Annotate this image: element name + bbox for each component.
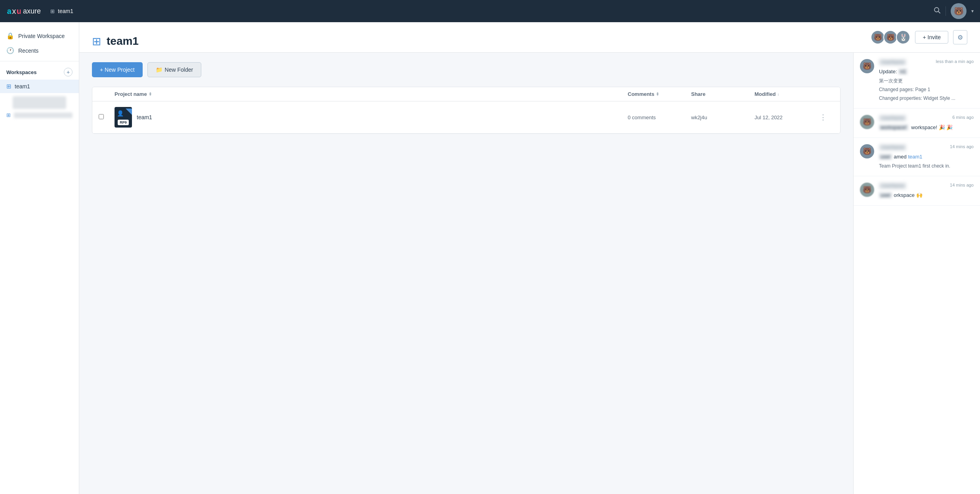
member-avatar-1[interactable]: 🐻 <box>871 30 885 44</box>
th-project-name[interactable]: Project name ⇕ <box>115 91 628 97</box>
sidebar-item-team1[interactable]: ⊞ team1 <box>0 80 79 93</box>
th-modified[interactable]: Modified ↓ <box>755 91 818 97</box>
search-button[interactable] <box>934 7 941 16</box>
sidebar-divider-1 <box>0 61 79 61</box>
activity-item-2: 🐻 UserName 6 mins ago workspace! workspa… <box>854 109 980 138</box>
comments-cell: 0 comments <box>628 114 691 120</box>
th-share: Share <box>691 91 755 97</box>
top-nav-actions: 🐻 ▾ <box>934 3 974 19</box>
content-area: + New Project 📁 New Folder Project name … <box>79 53 980 494</box>
activity-avatar-2: 🐻 <box>860 115 874 129</box>
projects-panel: + New Project 📁 New Folder Project name … <box>79 53 853 494</box>
activity-header-2: UserName 6 mins ago <box>879 115 974 121</box>
member-1-icon: 🐻 <box>874 33 882 42</box>
activity-text-blurred-4: user <box>879 192 892 198</box>
activity-avatar-1: 🐻 <box>860 59 874 73</box>
new-folder-button[interactable]: 📁 New Folder <box>147 62 202 77</box>
lock-icon: 🔒 <box>6 32 14 40</box>
top-nav: a x u axure ⊞ team1 🐻 ▾ <box>0 0 980 22</box>
project-cell: 👤 RP9 team1 <box>115 107 628 128</box>
activity-avatar-1-icon: 🐻 <box>863 62 871 71</box>
activity-time-4: 14 mins ago <box>950 183 974 187</box>
svg-text:x: x <box>12 7 16 15</box>
workspace-actions: 🐻 🐻 🐰 + Invite ⚙ <box>871 30 967 52</box>
workspaces-label: Workspaces <box>6 69 36 75</box>
activity-sub-pages: Changed pages: Page 1 <box>879 86 974 93</box>
app-layout: 🔒 Private Workspace 🕐 Recents Workspaces… <box>0 22 980 494</box>
activity-text-3: useramed team1 <box>879 153 974 161</box>
activity-content-2: UserName 6 mins ago workspace! workspace… <box>879 115 974 132</box>
activity-content-3: UserName 14 mins ago useramed team1 Team… <box>879 144 974 170</box>
sidebar-item-recents[interactable]: 🕐 Recents <box>0 43 79 58</box>
axure-logo[interactable]: a x u axure <box>6 4 41 18</box>
th-actions <box>818 91 834 97</box>
new-project-button[interactable]: + New Project <box>92 62 143 77</box>
table-header: Project name ⇕ Comments ⇕ Share Modified <box>92 87 840 101</box>
svg-text:u: u <box>17 7 21 15</box>
workspace-title-row: ⊞ team1 <box>92 35 139 48</box>
invite-button[interactable]: + Invite <box>915 31 948 44</box>
plus-icon: + <box>67 69 70 75</box>
topnav-workspace: team1 <box>58 8 73 14</box>
new-folder-label: New Folder <box>165 67 193 73</box>
svg-line-4 <box>938 11 940 13</box>
user-menu-chevron[interactable]: ▾ <box>971 8 974 14</box>
activity-text-4: userorkspace 🙌 <box>879 191 974 199</box>
activity-time-1: less than a min ago <box>936 59 974 64</box>
sidebar-item-private-workspace[interactable]: 🔒 Private Workspace <box>0 29 79 43</box>
sidebar: 🔒 Private Workspace 🕐 Recents Workspaces… <box>0 22 79 494</box>
activity-avatar-3: 🐻 <box>860 144 874 158</box>
workspace-header: ⊞ team1 🐻 🐻 🐰 + Invite <box>79 22 980 53</box>
row-checkbox[interactable] <box>99 114 104 119</box>
modified-cell: Jul 12, 2022 <box>755 114 818 120</box>
sidebar-workspaces-section: Workspaces + <box>0 65 79 80</box>
rp-corner <box>126 109 132 115</box>
activity-user-3: UserName <box>879 144 906 151</box>
activity-sub-change-title: 第一次变更 <box>879 77 974 84</box>
sort-comments-icon: ⇕ <box>656 92 659 96</box>
th-project-name-label: Project name <box>115 91 147 97</box>
rp-user-icon: 👤 <box>117 110 124 116</box>
avatar-icon: 🐻 <box>954 6 964 16</box>
add-workspace-button[interactable]: + <box>64 68 73 76</box>
sort-modified-icon: ↓ <box>777 92 779 96</box>
activity-panel: 🐻 UserName less than a min ago Update: n… <box>853 53 980 494</box>
sidebar-blurred-item-1 <box>13 96 66 109</box>
th-checkbox <box>99 91 115 97</box>
activity-text-blurred-3: user <box>879 154 892 160</box>
sort-project-name-icon: ⇕ <box>149 92 152 96</box>
activity-content-1: UserName less than a min ago Update: n1 … <box>879 59 974 102</box>
member-avatar-3[interactable]: 🐰 <box>896 30 910 44</box>
activity-sub-3: Team Project team1 first check in. <box>879 162 974 170</box>
sidebar-blurred-grid-icon: ⊞ <box>6 112 11 118</box>
activity-item-4: 🐻 UserName 14 mins ago userorkspace 🙌 <box>854 176 980 206</box>
th-comments[interactable]: Comments ⇕ <box>628 91 691 97</box>
logo-text: axure <box>23 7 41 15</box>
row-checkbox-cell[interactable] <box>99 114 115 121</box>
nav-divider <box>946 6 946 16</box>
activity-update-blurred: n1 <box>898 69 907 74</box>
settings-button[interactable]: ⚙ <box>953 30 967 44</box>
toolbar: + New Project 📁 New Folder <box>92 62 841 77</box>
clock-icon: 🕐 <box>6 47 14 54</box>
sidebar-blurred-label <box>14 113 73 118</box>
activity-emoji-2: workspace! 🎉 🎉 <box>910 124 953 130</box>
member-2-icon: 🐻 <box>886 33 895 42</box>
activity-header-4: UserName 14 mins ago <box>879 183 974 189</box>
activity-item-3: 🐻 UserName 14 mins ago useramed team1 Te… <box>854 138 980 176</box>
activity-avatar-4: 🐻 <box>860 183 874 197</box>
new-project-label: + New Project <box>100 67 135 73</box>
activity-time-2: 6 mins ago <box>952 115 974 120</box>
main-content: ⊞ team1 🐻 🐻 🐰 + Invite <box>79 22 980 494</box>
th-modified-label: Modified <box>755 91 776 97</box>
member-avatar-2[interactable]: 🐻 <box>883 30 898 44</box>
user-avatar[interactable]: 🐻 <box>951 3 967 19</box>
activity-user-1: UserName <box>879 59 906 65</box>
table-row[interactable]: 👤 RP9 team1 0 comments wk2j4u Jul 12, 20… <box>92 101 840 134</box>
activity-text-2: workspace! workspace! 🎉 🎉 <box>879 124 974 132</box>
project-icon: 👤 RP9 <box>115 107 132 128</box>
rp-badge: RP9 <box>118 120 129 125</box>
activity-header-1: UserName less than a min ago <box>879 59 974 65</box>
activity-text-1: Update: n1 <box>879 68 974 76</box>
row-more-button[interactable]: ⋮ <box>818 111 828 123</box>
